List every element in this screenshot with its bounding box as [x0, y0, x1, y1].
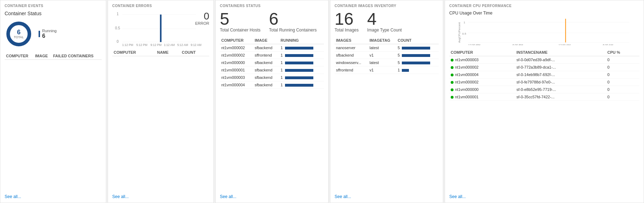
col-name: NAME [156, 49, 181, 56]
col-count: COUNT [396, 37, 439, 44]
table-row: nt1vm000004 sf-0-14eb98b7-692f-... 0 [449, 71, 639, 79]
events-see-all[interactable]: See all... [5, 192, 102, 199]
cpu-see-all[interactable]: See all... [449, 192, 639, 199]
table-row: nt1vm000001 sf-0-35cc57fd-7422-... 0 [449, 93, 639, 101]
svg-text:1:12 PM: 1:12 PM [122, 43, 133, 46]
container-events-title: CONTAINER EVENTS [5, 4, 102, 8]
cell-tag: latest [368, 59, 396, 66]
table-row: nt1vm000002 sffrontend 1 [220, 52, 324, 59]
cell-running: 1 [279, 44, 324, 52]
cell-computer: nt1vm000000 [449, 86, 515, 93]
table-row: nt1vm000000 sfbackend 1 [220, 59, 324, 66]
status-dot [451, 74, 454, 76]
svg-text:AvgCPUPercent: AvgCPUPercent [458, 22, 461, 43]
cell-computer: nt1vm000001 [220, 66, 253, 74]
svg-rect-8 [160, 14, 161, 42]
status-dot [451, 96, 454, 99]
image-type-label: Image Type Count [367, 28, 402, 33]
donut-area: 6 TOTAL Running 6 [5, 20, 102, 48]
svg-text:6:00 AM: 6:00 AM [603, 44, 614, 45]
col-cpu: CPU % [606, 49, 639, 56]
table-row: nt1vm000001 sfbackend 1 [220, 66, 324, 74]
col-computer: COMPUTER [112, 49, 156, 56]
cell-instance: sf-0-35cc57fd-7422-... [515, 93, 606, 101]
table-row: sfbackend v1 5 [335, 52, 439, 59]
cell-computer: nt1vm000002 [449, 64, 515, 71]
col-computer: COMPUTER [5, 52, 34, 60]
svg-text:0.5: 0.5 [115, 26, 120, 30]
cell-image: sfbackend [253, 81, 279, 89]
table-row: nt1vm000002 sfbackend 1 [220, 44, 324, 52]
cell-count: 5 [396, 44, 439, 52]
cell-count: 5 [396, 52, 439, 59]
cell-computer: nt1vm000004 [220, 81, 253, 89]
col-count: COUNT [181, 49, 209, 56]
status-dot [451, 88, 454, 91]
cell-tag: v1 [368, 52, 396, 59]
cell-computer: nt1vm000002 [220, 44, 253, 52]
status-dot [451, 59, 454, 62]
status-dot [451, 81, 454, 84]
cell-tag: latest [368, 44, 396, 52]
cell-instance: sf-0-fe79788d-97e0-... [515, 79, 606, 86]
total-hosts-stat: 5 Total Container Hosts [220, 11, 261, 33]
svg-text:12:00 AM: 12:00 AM [559, 44, 571, 45]
svg-text:1:12 AM: 1:12 AM [164, 43, 175, 46]
containers-status-panel: CONTAINERS STATUS 5 Total Container Host… [215, 0, 329, 203]
cell-cpu: 0 [606, 93, 639, 101]
cell-count: 5 [396, 59, 439, 66]
table-row: nt1vm000003 sf-0-0d07ed39-a9df-... 0 [449, 56, 639, 64]
cell-computer: nt1vm000004 [449, 71, 515, 79]
total-images-stat: 16 Total Images [335, 11, 359, 33]
cell-instance: sf-0-14eb98b7-692f-... [515, 71, 606, 79]
svg-text:1: 1 [117, 12, 119, 16]
svg-text:5:12 PM: 5:12 PM [136, 43, 147, 46]
table-row: nanoserver latest 5 [335, 44, 439, 52]
cell-running: 1 [279, 66, 324, 74]
donut-total: 6 [14, 29, 24, 35]
running-containers-num: 6 [269, 11, 317, 28]
total-images-label: Total Images [335, 28, 359, 33]
status-table: COMPUTER IMAGE RUNNING nt1vm000002 sfbac… [220, 37, 324, 89]
cell-instance: sf-0-e8b52e95-7719-... [515, 86, 606, 93]
cell-image: sffrontend [253, 52, 279, 59]
table-row: nt1vm000002 sf-0-772a3b89-dca1-... 0 [449, 64, 639, 71]
errors-see-all[interactable]: See all... [112, 192, 209, 199]
col-images: IMAGES [335, 37, 368, 44]
cell-computer: nt1vm000003 [449, 56, 515, 64]
cell-instance: sf-0-772a3b89-dca1-... [515, 64, 606, 71]
status-dot [451, 66, 454, 69]
svg-text:5:12 AM: 5:12 AM [177, 43, 188, 46]
table-row: nt1vm000002 sf-0-fe79788d-97e0-... 0 [449, 79, 639, 86]
svg-text:6:00 PM: 6:00 PM [513, 44, 523, 45]
table-row: sffrontend v1 1 [335, 66, 439, 74]
status-big-nums: 5 Total Container Hosts 6 Total Running … [220, 11, 324, 33]
donut-chart: 6 TOTAL [5, 20, 33, 48]
running-containers-stat: 6 Total Running Containers [269, 11, 317, 33]
svg-text:12:00 PM: 12:00 PM [468, 44, 481, 45]
cell-running: 1 [279, 59, 324, 66]
cell-image: sfbackend [335, 52, 368, 59]
col-running: RUNNING [279, 37, 324, 44]
cell-computer: nt1vm000000 [220, 59, 253, 66]
status-see-all[interactable]: See all... [220, 192, 324, 199]
container-errors-panel: CONTAINER ERRORS 0 ERROR 1 0.5 0 [108, 0, 214, 203]
cpu-table: COMPUTER INSTANCENAME CPU % nt1vm000003 … [449, 49, 639, 101]
svg-text:0: 0 [117, 40, 119, 44]
events-table: COMPUTER IMAGE FAILED CONTAINERS [5, 52, 102, 60]
error-num: 0 [204, 11, 209, 21]
donut-label: TOTAL [14, 35, 24, 39]
container-images-title: CONTAINER IMAGES INVENTORY [335, 4, 439, 8]
cell-running: 1 [279, 81, 324, 89]
error-label: ERROR [195, 21, 209, 25]
cpu-chart-area: CPU Usage Over Time AvgCPUPercent 1 0.5 … [449, 11, 639, 46]
cell-running: 1 [279, 52, 324, 59]
svg-text:9:12 AM: 9:12 AM [190, 43, 201, 46]
cell-image: sfbackend [253, 66, 279, 74]
cell-image: sfbackend [253, 44, 279, 52]
cell-tag: v1 [368, 66, 396, 74]
cell-cpu: 0 [606, 56, 639, 64]
inventory-see-all[interactable]: See all... [335, 192, 439, 199]
cell-image: windowsserv... [335, 59, 368, 66]
cell-image: nanoserver [335, 44, 368, 52]
